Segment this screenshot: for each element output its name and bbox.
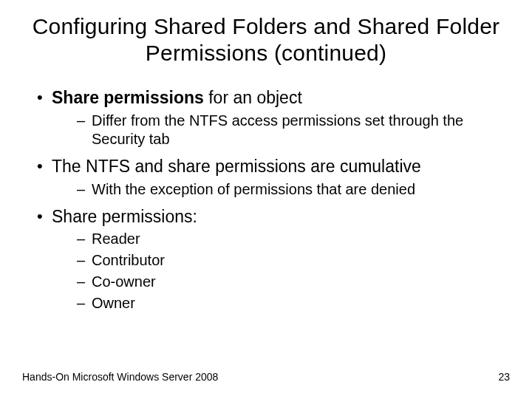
- slide-body: Share permissions for an object Differ f…: [0, 66, 532, 313]
- slide: Configuring Shared Folders and Shared Fo…: [0, 0, 532, 399]
- sub-list: Reader Contributor Co-owner Owner: [52, 230, 517, 313]
- bullet-text: The NTFS and share permissions are cumul…: [52, 157, 421, 176]
- sub-bullet: Differ from the NTFS access permissions …: [77, 112, 517, 149]
- bullet-cumulative: The NTFS and share permissions are cumul…: [37, 156, 517, 199]
- sub-bullet: With the exception of permissions that a…: [77, 180, 517, 199]
- bullet-share-permissions-list: Share permissions: Reader Contributor Co…: [37, 206, 517, 313]
- sub-list: With the exception of permissions that a…: [52, 180, 517, 199]
- bold-term: Share permissions: [52, 88, 204, 107]
- sub-bullet-contributor: Contributor: [77, 251, 517, 270]
- sub-list: Differ from the NTFS access permissions …: [52, 112, 517, 149]
- page-number: 23: [498, 371, 510, 383]
- sub-bullet-owner: Owner: [77, 294, 517, 313]
- bullet-text: Share permissions:: [52, 207, 197, 226]
- bullet-share-permissions-object: Share permissions for an object Differ f…: [37, 87, 517, 149]
- sub-bullet-coowner: Co-owner: [77, 273, 517, 291]
- footer-text: Hands-On Microsoft Windows Server 2008: [22, 371, 218, 383]
- sub-bullet-reader: Reader: [77, 230, 517, 248]
- bullet-text: for an object: [204, 88, 302, 107]
- bullet-list: Share permissions for an object Differ f…: [15, 87, 517, 313]
- slide-title: Configuring Shared Folders and Shared Fo…: [0, 0, 532, 66]
